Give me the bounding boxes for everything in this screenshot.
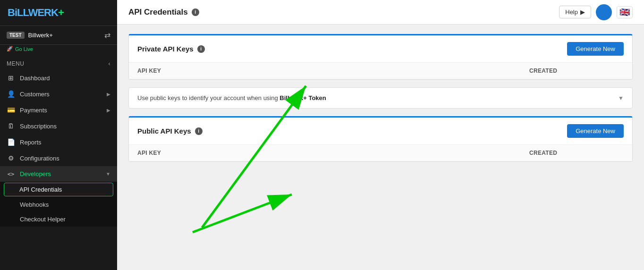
go-live-link[interactable]: 🚀 Go Live (0, 45, 117, 56)
private-api-keys-header: Private API Keys i Generate New (129, 35, 632, 63)
sidebar-item-reports[interactable]: 📄 Reports (0, 134, 117, 150)
help-button[interactable]: Help ▶ (559, 6, 591, 18)
account-name: Billwerk+ (28, 32, 101, 39)
logo-plus: + (58, 7, 64, 18)
info-banner: Use public keys to identify your account… (128, 87, 633, 109)
info-icon: i (197, 45, 205, 53)
sidebar-item-checkout-helper[interactable]: Checkout Helper (0, 212, 117, 227)
info-banner-text: Use public keys to identify your account… (137, 94, 326, 101)
chevron-right-icon: ▶ (107, 108, 110, 113)
menu-label: Menu (7, 60, 24, 67)
user-profile-button[interactable]: 👤 (596, 4, 612, 20)
subscriptions-icon: 🗓 (7, 122, 15, 130)
sidebar-item-subscriptions[interactable]: 🗓 Subscriptions (0, 118, 117, 134)
sidebar-item-api-credentials[interactable]: API Credentials (4, 183, 113, 196)
page-title: API Credentials (128, 8, 188, 17)
sidebar-item-label: Configurations (20, 155, 110, 162)
sidebar-item-label: Payments (20, 107, 102, 114)
menu-header: Menu ‹ (0, 56, 117, 70)
private-api-keys-card: Private API Keys i Generate New API Key … (128, 34, 633, 80)
chevron-down-icon: ▼ (106, 171, 110, 177)
sidebar: BiLLWERK+ TEST Billwerk+ ⇄ 🚀 Go Live Men… (0, 0, 117, 270)
developers-icon: <> (7, 171, 15, 177)
go-live-label: Go Live (15, 46, 33, 52)
main-content: API Credentials i Help ▶ 👤 🇬🇧 Private AP… (117, 0, 644, 270)
created-col-header: Created (529, 150, 624, 156)
top-bar-actions: Help ▶ 👤 🇬🇧 (559, 4, 633, 20)
configurations-icon: ⚙ (7, 154, 15, 162)
help-arrow-icon: ▶ (580, 8, 585, 16)
logo: BiLLWERK+ (0, 0, 117, 26)
flag-icon: 🇬🇧 (619, 7, 630, 17)
sidebar-item-dashboard[interactable]: ⊞ Dashboard (0, 70, 117, 86)
svg-line-2 (193, 194, 292, 232)
sidebar-item-developers[interactable]: <> Developers ▼ (0, 166, 117, 182)
generate-private-key-button[interactable]: Generate New (567, 42, 624, 56)
dropdown-arrow-icon[interactable]: ▼ (618, 95, 624, 101)
sidebar-item-payments[interactable]: 💳 Payments ▶ (0, 102, 117, 118)
sidebar-item-label: Reports (20, 139, 110, 146)
sidebar-sub-item-label: Checkout Helper (20, 216, 66, 223)
language-selector[interactable]: 🇬🇧 (617, 6, 633, 18)
info-banner-bold: Billwerk+ Token (280, 94, 326, 101)
sidebar-sub-item-label: Webhooks (20, 201, 49, 208)
private-api-keys-label: Private API Keys (137, 45, 194, 53)
sidebar-item-label: Subscriptions (20, 123, 110, 130)
developers-submenu: API Credentials Webhooks Checkout Helper (0, 182, 117, 227)
public-api-keys-title: Public API Keys i (137, 127, 203, 135)
switch-account-icon[interactable]: ⇄ (104, 31, 110, 40)
account-badge: TEST (7, 32, 25, 39)
collapse-icon[interactable]: ‹ (109, 60, 111, 67)
help-label: Help (565, 8, 578, 16)
api-key-col-header: API Key (137, 68, 529, 74)
reports-icon: 📄 (7, 138, 15, 146)
dashboard-icon: ⊞ (7, 74, 15, 82)
chevron-right-icon: ▶ (107, 92, 110, 97)
sidebar-item-customers[interactable]: 👤 Customers ▶ (0, 86, 117, 102)
api-key-col-header: API Key (137, 150, 529, 156)
page-title-area: API Credentials i (128, 8, 199, 17)
go-live-icon: 🚀 (7, 46, 13, 52)
private-api-table-header: API Key Created (129, 63, 632, 79)
public-api-keys-card: Public API Keys i Generate New API Key C… (128, 116, 633, 162)
sidebar-item-label: Customers (20, 91, 102, 98)
info-icon: i (195, 127, 203, 135)
sidebar-item-configurations[interactable]: ⚙ Configurations (0, 150, 117, 166)
account-section: TEST Billwerk+ ⇄ (0, 26, 117, 45)
generate-public-key-button[interactable]: Generate New (567, 124, 624, 138)
sidebar-item-label: Developers (20, 170, 101, 177)
private-api-keys-title: Private API Keys i (137, 45, 205, 53)
info-icon: i (192, 8, 199, 16)
public-api-keys-header: Public API Keys i Generate New (129, 118, 632, 145)
logo-text: BiLLWERK (8, 7, 58, 18)
sidebar-sub-item-label: API Credentials (19, 186, 62, 193)
created-col-header: Created (529, 68, 624, 74)
payments-icon: 💳 (7, 106, 15, 114)
user-icon: 👤 (600, 8, 609, 17)
sidebar-item-label: Dashboard (20, 75, 110, 82)
sidebar-item-webhooks[interactable]: Webhooks (0, 197, 117, 212)
public-api-table-header: API Key Created (129, 145, 632, 161)
top-bar: API Credentials i Help ▶ 👤 🇬🇧 (117, 0, 644, 25)
public-api-keys-label: Public API Keys (137, 127, 191, 135)
content-area: Private API Keys i Generate New API Key … (117, 25, 644, 270)
customers-icon: 👤 (7, 90, 15, 98)
